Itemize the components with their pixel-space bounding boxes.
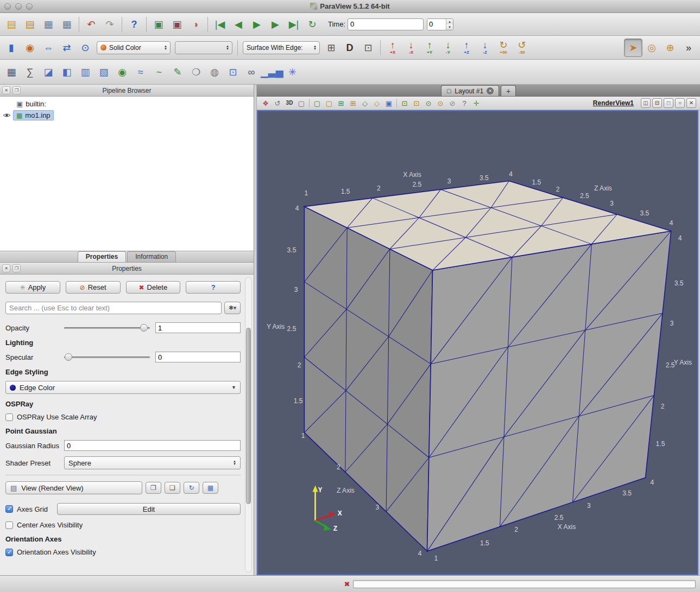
help-button[interactable]: ?	[186, 281, 241, 294]
play-icon[interactable]: ▶	[248, 15, 266, 34]
rescale-to-custom-range-icon[interactable]: ⇄	[58, 39, 76, 57]
undock-panel-icon[interactable]: ❐	[12, 264, 21, 272]
loop-icon[interactable]: ↻	[303, 15, 321, 34]
ospray-use-scale-array-checkbox[interactable]	[5, 413, 13, 421]
color-legend-toggle-icon[interactable]: ▮	[2, 39, 21, 57]
pick-center-icon[interactable]: ⊡	[359, 39, 377, 57]
slice-filter-icon[interactable]: ◧	[58, 63, 76, 81]
group-datasets-icon[interactable]: ❍	[187, 63, 205, 81]
show-center-axes-icon[interactable]: ⊞	[322, 39, 340, 57]
hover-cells-icon[interactable]: ⊙	[422, 98, 434, 109]
undo-camera-icon[interactable]: ↺	[272, 98, 283, 109]
frame-input[interactable]	[427, 19, 446, 30]
rescale-to-visible-range-icon[interactable]: ⊙	[76, 39, 94, 57]
zoom-window-button[interactable]	[26, 3, 33, 10]
hover-points-icon[interactable]: ⊙	[434, 98, 446, 109]
view-minus-x-icon[interactable]: ↓-X	[402, 39, 420, 57]
minimize-window-button[interactable]	[15, 3, 22, 10]
interactive-select-points-icon[interactable]: ⊡	[411, 98, 422, 109]
shader-preset-dropdown[interactable]: Sphere ▲▼	[64, 456, 241, 469]
orientation-axes-visibility-checkbox[interactable]	[5, 549, 13, 556]
close-panel-icon[interactable]: ✕	[2, 264, 10, 272]
stream-tracer-icon[interactable]: ≈	[131, 63, 150, 81]
select-frustum-points-icon[interactable]: ⊞	[347, 98, 359, 109]
save-defaults-icon[interactable]: ▦	[203, 482, 218, 494]
maximize-view-icon[interactable]: □	[664, 98, 673, 108]
render-view[interactable]: 11.522.533.541.522.533.5443.532.521.5143…	[257, 110, 698, 575]
next-frame-icon[interactable]: ▶	[266, 15, 285, 34]
close-panel-icon[interactable]: ✕	[2, 86, 10, 94]
edit-color-map-icon[interactable]: ◉	[21, 39, 39, 57]
select-points-rectangle-icon[interactable]: ▢	[323, 98, 335, 109]
center-rotation-icon[interactable]: ◎	[642, 39, 661, 57]
spreadsheet-view-icon[interactable]: ▦	[2, 63, 21, 81]
reset-center-icon[interactable]: ⊕	[661, 39, 679, 57]
view-plus-x-icon[interactable]: ↑+X	[383, 39, 402, 57]
first-frame-icon[interactable]: |◀	[211, 15, 229, 34]
frame-spinner-arrows[interactable]: ▲▼	[446, 19, 453, 30]
search-input[interactable]	[5, 302, 222, 314]
probe-location-icon[interactable]: ✳	[283, 63, 302, 81]
pipeline-item-builtin[interactable]: ▣ builtin:	[0, 98, 254, 110]
close-layout-icon[interactable]: ✕	[487, 87, 494, 94]
center-axes-visibility-checkbox[interactable]	[5, 521, 13, 529]
data-axes-grid-icon[interactable]: D	[340, 39, 359, 57]
opacity-slider-handle[interactable]	[140, 324, 148, 332]
view-section-button[interactable]: ▤ View (Render View)	[5, 481, 142, 494]
clear-selection-icon[interactable]: ⊘	[446, 98, 458, 109]
search-options-gear-icon[interactable]: ✱▾	[224, 302, 241, 314]
reset-button[interactable]: ⊘ Reset	[66, 281, 121, 294]
gaussian-radius-input[interactable]	[64, 440, 241, 451]
edit-camera-icon[interactable]: ❖	[260, 98, 272, 109]
selection-help-icon[interactable]: ?	[458, 98, 470, 109]
apply-button[interactable]: ✳ Apply	[5, 281, 60, 294]
select-polygon-points-icon[interactable]: ◇	[371, 98, 383, 109]
contour-filter-icon[interactable]: ~	[150, 63, 168, 81]
detach-view-icon[interactable]: ○	[675, 98, 685, 108]
select-block-icon[interactable]: ▣	[383, 98, 395, 109]
split-horizontal-icon[interactable]: ◫	[641, 98, 651, 108]
paste-view-settings-icon[interactable]: ❏	[165, 482, 180, 494]
specular-input[interactable]	[155, 352, 241, 362]
render-view-canvas[interactable]: 11.522.533.541.522.533.5443.532.521.5143…	[258, 111, 697, 574]
color-palette-icon[interactable]: ◑	[186, 15, 205, 34]
save-state-icon[interactable]: ▦	[58, 15, 76, 34]
rotate-90-ccw-icon[interactable]: ↺-90	[513, 39, 531, 57]
adjust-view-icon[interactable]: ▢	[295, 98, 307, 109]
plot-over-line-icon[interactable]: ▁▃▅	[261, 63, 283, 81]
add-layout-tab[interactable]: +	[501, 85, 516, 96]
rotate-90-cw-icon[interactable]: ↻+90	[494, 39, 513, 57]
help-icon[interactable]: ?	[125, 15, 143, 34]
toggle-center-axes-icon[interactable]: ✛	[470, 98, 482, 109]
extract-subset-icon[interactable]: ▧	[94, 63, 113, 81]
tab-information[interactable]: Information	[127, 251, 176, 262]
close-view-icon[interactable]: ✕	[686, 98, 696, 108]
save-data-icon[interactable]: ▦	[39, 15, 58, 34]
previous-frame-icon[interactable]: ◀	[229, 15, 248, 34]
visibility-eye-icon[interactable]	[3, 112, 11, 118]
opacity-slider[interactable]	[64, 323, 150, 332]
calculator-icon[interactable]: ∑	[21, 63, 39, 81]
delete-button[interactable]: ✖ Delete	[126, 281, 181, 294]
save-screenshot-icon[interactable]: ▣	[149, 15, 168, 34]
view-minus-z-icon[interactable]: ↓-Z	[476, 39, 494, 57]
view-plus-z-icon[interactable]: ↑+Z	[457, 39, 476, 57]
undock-panel-icon[interactable]: ❐	[12, 86, 21, 94]
edge-color-dropdown[interactable]: Edge Color ▼	[5, 381, 241, 394]
select-polygon-cells-icon[interactable]: ◇	[359, 98, 371, 109]
view-minus-y-icon[interactable]: ↓-Y	[439, 39, 457, 57]
toggle-2d-3d-icon[interactable]: 3D	[283, 98, 295, 109]
scrollbar-thumb[interactable]	[246, 328, 251, 504]
representation-dropdown[interactable]: Surface With Edge: ▲▼	[243, 41, 320, 54]
load-state-icon[interactable]: ▤	[21, 15, 39, 34]
color-by-dropdown[interactable]: Solid Color ▲▼	[97, 41, 171, 54]
view-plus-y-icon[interactable]: ↑+Y	[420, 39, 439, 57]
link-camera-icon[interactable]: ∞	[242, 63, 261, 81]
abort-progress-icon[interactable]: ✖	[341, 580, 353, 588]
opacity-input[interactable]	[155, 322, 241, 333]
toolbar-overflow-icon[interactable]: »	[679, 39, 698, 57]
open-file-icon[interactable]: ▤	[2, 15, 21, 34]
pipeline-item-mo1inp[interactable]: ▦ mo1.inp	[0, 110, 254, 121]
interaction-mode-icon[interactable]: ➤	[624, 39, 642, 57]
undo-icon[interactable]: ↶	[82, 15, 100, 34]
